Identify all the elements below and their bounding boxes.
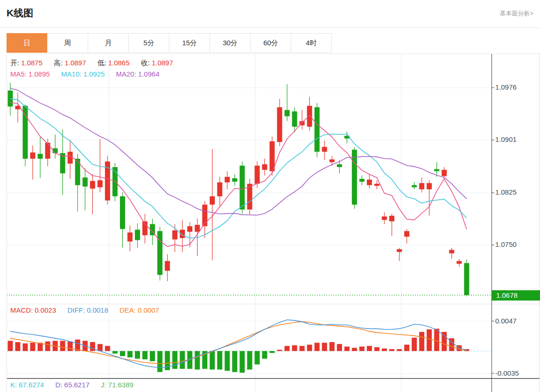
kline-widget: K线图 基本面分析> 日 周 月 5分 15分 30分 60分 4时 开:1.0…: [0, 0, 540, 392]
price-axis-tick: 1.0825: [495, 188, 517, 196]
macd-histogram: [8, 329, 470, 372]
ma10-legend: MA10:1.0925: [61, 70, 105, 78]
current-price-label: 1.0678: [492, 290, 540, 301]
macd-axis-tick: 0.0047: [495, 317, 517, 325]
candles-layer: [8, 83, 470, 297]
diff-value: DIFF:0.0018: [67, 306, 108, 314]
diff-line: [10, 320, 467, 367]
ma20-legend: MA20:1.0964: [116, 70, 160, 78]
price-axis-tick: 1.0750: [495, 240, 517, 248]
kdj-k-value: K:67.6274: [10, 381, 44, 389]
price-axis-tick: 1.0901: [495, 135, 517, 143]
ma5-legend: MA5:1.0895: [10, 70, 50, 78]
dea-value: DEA:0.0007: [119, 306, 159, 314]
kdj-legend: K:67.6274 D:65.6217 J:71.6389: [10, 381, 143, 389]
kdj-j-value: J:71.6389: [101, 381, 133, 389]
macd-axis-tick: -0.0035: [495, 369, 519, 377]
ohlc-close: 收:1.0897: [141, 59, 173, 67]
macd-legend: MACD:0.0023 DIFF:0.0018 DEA:0.0007: [10, 306, 168, 314]
ma20-line: [10, 88, 467, 215]
macd-value: MACD:0.0023: [10, 306, 56, 314]
ohlc-high: 高:1.0897: [54, 59, 86, 67]
price-axis-tick: 1.0976: [495, 83, 517, 91]
ohlc-legend: 开:1.0875 高:1.0897 低:1.0865 收:1.0897: [10, 59, 182, 68]
ohlc-low: 低:1.0865: [97, 59, 129, 67]
ma-legend: MA5:1.0895 MA10:1.0925 MA20:1.0964: [10, 70, 169, 78]
ohlc-open: 开:1.0875: [10, 59, 42, 67]
kdj-d-value: D:65.6217: [56, 381, 90, 389]
